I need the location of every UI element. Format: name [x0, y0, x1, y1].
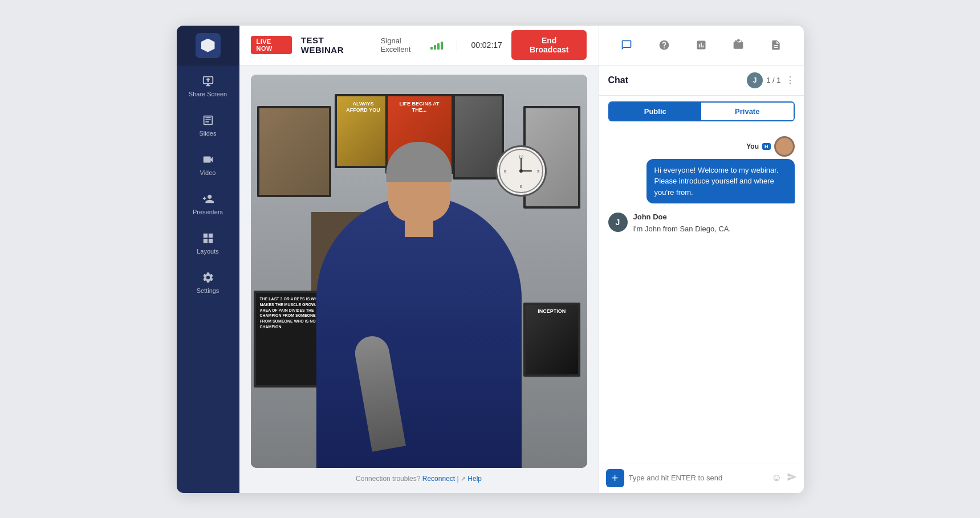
- send-button[interactable]: [787, 472, 797, 484]
- presenter-hair: [386, 142, 452, 182]
- video-icon: [202, 153, 214, 166]
- settings-icon: [202, 271, 214, 284]
- connection-troubles-text: Connection troubles?: [356, 475, 420, 483]
- video-feed: ALWAYS AFFORD YOU LIFE BEGINS AT THE... …: [251, 75, 587, 468]
- host-avatar-face: [776, 138, 793, 155]
- sidebar-label-video: Video: [200, 169, 216, 177]
- chat-title: Chat: [608, 75, 629, 85]
- private-chat-button[interactable]: Private: [701, 103, 794, 120]
- message-bubble-self: Hi everyone! Welcome to my webinar. Plea…: [646, 159, 795, 204]
- tab-offers[interactable]: [728, 35, 749, 55]
- right-panel: Chat J 1 / 1 ⋮ Public Private You H: [599, 26, 804, 493]
- presenter-torso: [316, 196, 522, 467]
- more-options-icon[interactable]: ⋮: [786, 75, 795, 85]
- sidebar-item-slides[interactable]: Slides: [177, 105, 239, 144]
- signal-bars: [430, 40, 443, 50]
- john-avatar: J: [608, 213, 628, 232]
- external-link-icon: ↗: [461, 475, 466, 482]
- divider: [457, 39, 457, 51]
- sidebar-label-layouts: Layouts: [197, 248, 219, 255]
- emoji-button[interactable]: ☺: [771, 472, 782, 484]
- attendee-count: J 1 / 1: [747, 72, 780, 88]
- presenter-head: [388, 148, 450, 222]
- handouts-tab-icon: [770, 39, 782, 51]
- slides-icon: [202, 114, 214, 127]
- share-screen-icon: [202, 75, 214, 87]
- app-container: Share Screen Slides Video Presenters Lay: [177, 26, 804, 493]
- sidebar-item-share-screen[interactable]: Share Screen: [177, 66, 239, 105]
- signal-label: Signal Excellent: [381, 36, 426, 54]
- message-self-header: You H: [746, 136, 794, 157]
- tab-questions[interactable]: [654, 35, 674, 55]
- sidebar-item-layouts[interactable]: Layouts: [177, 223, 239, 262]
- right-panel-tabs: [599, 26, 804, 66]
- sidebar-label-share-screen: Share Screen: [189, 91, 227, 98]
- live-badge: LIVE NOW: [251, 36, 292, 54]
- host-badge: H: [762, 143, 771, 150]
- sidebar-label-settings: Settings: [197, 287, 219, 295]
- john-message-text: I'm John from San Diego, CA.: [633, 223, 731, 235]
- send-icon: [787, 472, 797, 482]
- john-sender-name: John Doe: [633, 213, 731, 221]
- video-container: ALWAYS AFFORD YOU LIFE BEGINS AT THE... …: [251, 75, 587, 468]
- john-message-content: John Doe I'm John from San Diego, CA.: [633, 213, 731, 235]
- message-row-self: You H Hi everyone! Welcome to my webinar…: [608, 136, 795, 204]
- you-label: You: [746, 142, 759, 150]
- questions-tab-icon: [658, 39, 670, 51]
- chat-tab-icon: [621, 39, 632, 51]
- signal-bar-1: [430, 47, 433, 50]
- main-area: LIVE NOW TEST WEBINAR Signal Excellent 0…: [239, 26, 599, 493]
- sidebar-item-video[interactable]: Video: [177, 144, 239, 183]
- video-section: ALWAYS AFFORD YOU LIFE BEGINS AT THE... …: [239, 66, 599, 493]
- chat-header: Chat J 1 / 1 ⋮: [599, 66, 804, 96]
- webinar-title: TEST WEBINAR: [301, 35, 363, 55]
- public-chat-button[interactable]: Public: [609, 103, 702, 120]
- offers-tab-icon: [733, 39, 744, 51]
- presenter-figure: [276, 106, 562, 468]
- reconnect-link[interactable]: Reconnect: [422, 475, 455, 483]
- broadcast-timer: 00:02:17: [471, 40, 502, 50]
- chat-messages: You H Hi everyone! Welcome to my webinar…: [599, 127, 804, 463]
- message-row-john: J John Doe I'm John from San Diego, CA.: [608, 213, 795, 235]
- chat-visibility-toggle: Public Private: [608, 101, 795, 121]
- logo-shape: [196, 33, 221, 58]
- chat-input[interactable]: [629, 474, 767, 482]
- chat-input-row: + ☺: [599, 463, 804, 493]
- end-broadcast-button[interactable]: End Broadcast: [511, 30, 587, 60]
- tab-polls[interactable]: [691, 35, 711, 55]
- signal-bar-2: [434, 45, 436, 50]
- attendee-count-text: 1 / 1: [766, 76, 780, 84]
- tab-handouts[interactable]: [766, 35, 786, 55]
- signal-bar-4: [441, 42, 443, 50]
- layouts-icon: [202, 232, 214, 244]
- tab-chat[interactable]: [616, 35, 637, 55]
- presenters-icon: [202, 193, 214, 205]
- sidebar-item-settings[interactable]: Settings: [177, 262, 239, 301]
- sidebar: Share Screen Slides Video Presenters Lay: [177, 26, 239, 493]
- add-attachment-button[interactable]: +: [606, 469, 624, 487]
- logo-icon: [201, 39, 215, 52]
- sidebar-item-presenters[interactable]: Presenters: [177, 183, 239, 223]
- polls-tab-icon: [696, 39, 707, 51]
- signal-bar-3: [437, 43, 440, 50]
- connection-notice: Connection troubles? Reconnect | ↗ Help: [251, 472, 587, 487]
- top-bar: LIVE NOW TEST WEBINAR Signal Excellent 0…: [239, 26, 599, 66]
- sidebar-label-slides: Slides: [200, 130, 217, 137]
- signal-area: Signal Excellent: [381, 36, 444, 54]
- host-avatar: [774, 136, 795, 157]
- attendee-avatar: J: [747, 72, 763, 88]
- sidebar-label-presenters: Presenters: [193, 209, 223, 216]
- logo-area: [177, 26, 239, 66]
- help-link[interactable]: Help: [467, 475, 482, 483]
